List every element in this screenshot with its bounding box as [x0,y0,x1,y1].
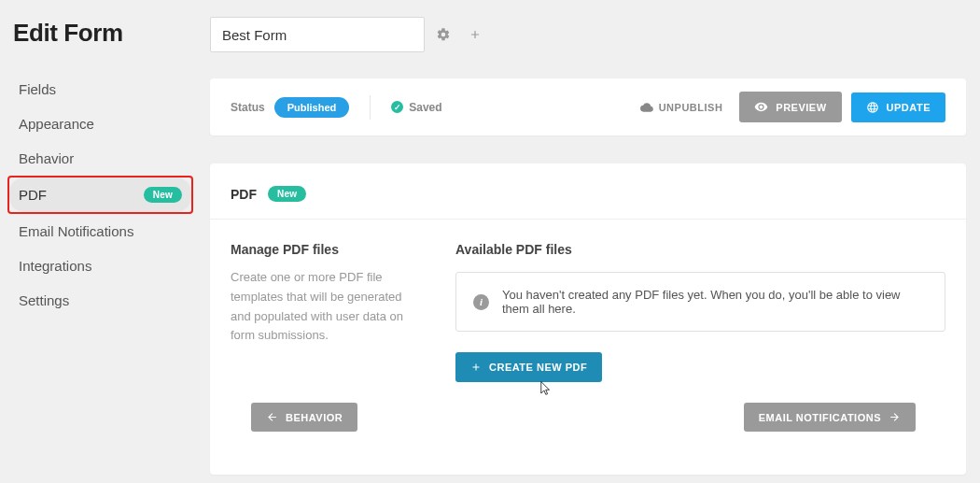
main: Status Published ✓ Saved UNPUBLISH PREVI… [201,0,980,483]
manage-heading: Manage PDF files [231,242,422,257]
empty-state: i You haven't created any PDF files yet.… [455,272,945,332]
panel-head: PDF New [231,177,945,219]
update-button[interactable]: UPDATE [851,92,945,122]
info-icon: i [473,294,489,310]
preview-label: PREVIEW [776,102,826,113]
form-name-input[interactable] [210,17,425,52]
sidebar-item-label: Integrations [19,258,91,274]
sidebar-item-label: Fields [19,81,56,97]
manage-description: Create one or more PDF file templates th… [231,268,422,346]
manage-section: Manage PDF files Create one or more PDF … [231,242,422,382]
sidebar-list: Fields Appearance Behavior PDF New Email… [9,72,191,318]
gear-icon[interactable] [430,21,456,48]
sidebar-item-pdf[interactable]: PDF New [9,178,191,212]
pdf-panel: PDF New Manage PDF files Create one or m… [210,163,966,475]
prev-label: BEHAVIOR [286,412,343,423]
preview-button[interactable]: PREVIEW [739,92,841,122]
sidebar-item-email-notifications[interactable]: Email Notifications [9,214,191,249]
form-name-bar [210,17,966,52]
status-label: Status [231,101,265,114]
sidebar-item-fields[interactable]: Fields [9,72,191,107]
sidebar-item-appearance[interactable]: Appearance [9,107,191,141]
topbar: Status Published ✓ Saved UNPUBLISH PREVI… [210,78,966,135]
next-email-notifications-button[interactable]: EMAIL NOTIFICATIONS [744,403,916,432]
page-title: Edit Form [9,17,191,72]
footer-nav: BEHAVIOR EMAIL NOTIFICATIONS [231,382,945,452]
create-new-pdf-label: CREATE NEW PDF [489,362,587,373]
sidebar-highlight: PDF New [7,176,193,214]
plus-icon [470,362,482,373]
sidebar-item-behavior[interactable]: Behavior [9,141,191,176]
plus-icon[interactable] [462,21,488,48]
eye-icon [754,100,768,114]
arrow-left-icon [266,411,278,423]
cloud-icon [640,101,653,114]
status-badge: Published [274,97,350,118]
sidebar-item-label: Email Notifications [19,223,133,239]
next-label: EMAIL NOTIFICATIONS [759,412,881,423]
unpublish-button[interactable]: UNPUBLISH [640,101,723,114]
create-new-pdf-button[interactable]: CREATE NEW PDF [455,352,602,382]
globe-icon [866,101,879,114]
divider [370,95,371,120]
arrow-right-icon [889,411,901,423]
sidebar-item-label: Settings [19,292,69,308]
saved-indicator: ✓ Saved [391,101,441,114]
new-badge: New [144,187,182,203]
unpublish-label: UNPUBLISH [659,102,723,113]
sidebar-item-integrations[interactable]: Integrations [9,249,191,283]
empty-message: You haven't created any PDF files yet. W… [502,288,928,316]
check-icon: ✓ [391,101,403,113]
new-badge: New [268,186,306,202]
sidebar: Edit Form Fields Appearance Behavior PDF… [0,0,201,483]
sidebar-item-label: PDF [19,187,47,203]
prev-behavior-button[interactable]: BEHAVIOR [251,403,357,432]
sidebar-item-label: Appearance [19,116,94,132]
available-heading: Available PDF files [455,242,945,257]
sidebar-item-label: Behavior [19,150,74,166]
sidebar-item-settings[interactable]: Settings [9,283,191,318]
available-section: Available PDF files i You haven't create… [455,242,945,382]
update-label: UPDATE [887,102,931,113]
panel-body: Manage PDF files Create one or more PDF … [231,220,945,382]
saved-label: Saved [409,101,441,114]
panel-title: PDF [231,187,257,202]
